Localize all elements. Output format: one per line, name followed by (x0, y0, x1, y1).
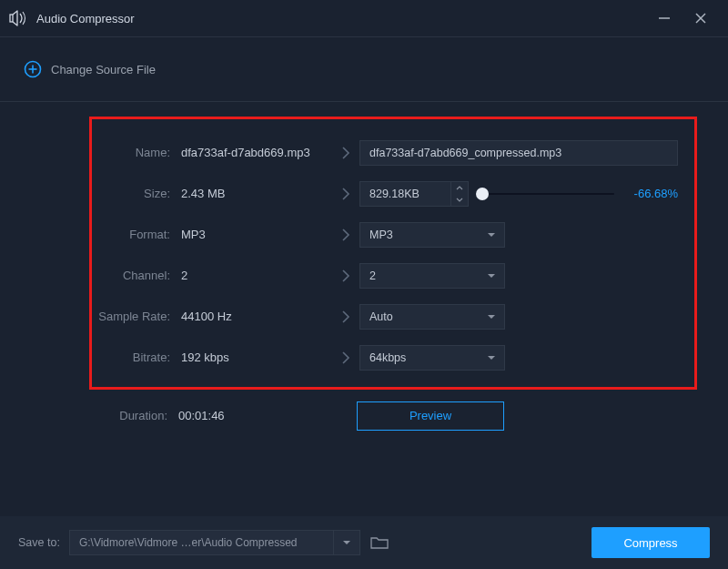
chevron-down-icon (333, 531, 359, 554)
source-format: MP3 (170, 228, 332, 241)
chevron-down-icon (479, 355, 504, 361)
target-size-value: 829.18KB (360, 188, 450, 200)
row-size: Size: 2.43 MB 829.18KB (92, 173, 694, 214)
arrow-icon (332, 147, 359, 159)
open-folder-button[interactable] (369, 534, 389, 551)
settings-panel: Name: dfa733af-d7abd669.mp3 Size: 2.43 M… (89, 117, 697, 390)
close-button[interactable] (682, 0, 719, 36)
chevron-down-icon (479, 314, 504, 320)
change-source-button[interactable]: Change Source File (24, 60, 156, 78)
label-name: Name: (92, 146, 170, 159)
row-format: Format: MP3 MP3 (92, 214, 694, 255)
save-path-value: G:\Vidmore\Vidmore …er\Audio Compressed (70, 536, 333, 549)
bitrate-value: 64kbps (360, 351, 479, 364)
arrow-icon (332, 269, 359, 282)
label-format: Format: (92, 228, 170, 241)
row-duration: Duration: 00:01:46 Preview (89, 395, 712, 436)
chevron-down-icon (479, 273, 504, 279)
save-to-label: Save to: (18, 536, 60, 549)
label-duration: Duration: (89, 409, 167, 422)
duration-value: 00:01:46 (167, 409, 329, 422)
row-bitrate: Bitrate: 192 kbps 64kbps (92, 337, 694, 378)
compress-button[interactable]: Compress (592, 527, 710, 558)
svg-rect-0 (10, 15, 13, 22)
spinner-up-icon[interactable] (451, 182, 468, 194)
sample-rate-value: Auto (360, 310, 479, 323)
preview-label: Preview (410, 409, 451, 422)
app-icon (9, 10, 29, 26)
bitrate-select[interactable]: 64kbps (359, 345, 505, 371)
source-bitrate: 192 kbps (170, 351, 332, 364)
arrow-icon (332, 229, 359, 241)
slider-thumb[interactable] (476, 188, 489, 200)
size-slider[interactable] (478, 193, 614, 195)
preview-button[interactable]: Preview (357, 401, 504, 431)
save-path-select[interactable]: G:\Vidmore\Vidmore …er\Audio Compressed (69, 530, 360, 555)
arrow-icon (332, 188, 359, 200)
label-bitrate: Bitrate: (92, 351, 170, 364)
minimize-button[interactable] (646, 0, 682, 36)
source-size: 2.43 MB (170, 187, 332, 200)
source-name: dfa733af-d7abd669.mp3 (170, 146, 332, 159)
label-channel: Channel: (92, 269, 170, 282)
spinner-down-icon[interactable] (451, 194, 468, 206)
change-source-label: Change Source File (51, 63, 156, 76)
chevron-down-icon (479, 232, 504, 238)
size-percentage: -66.68% (623, 187, 678, 200)
compress-label: Compress (623, 536, 677, 550)
titlebar: Audio Compressor (0, 0, 728, 36)
channel-value: 2 (360, 269, 479, 282)
main-content: Name: dfa733af-d7abd669.mp3 Size: 2.43 M… (0, 102, 728, 436)
source-sample-rate: 44100 Hz (170, 310, 332, 323)
arrow-icon (332, 351, 359, 364)
arrow-icon (332, 310, 359, 323)
format-select[interactable]: MP3 (359, 222, 505, 248)
footer: Save to: G:\Vidmore\Vidmore …er\Audio Co… (0, 516, 728, 569)
format-value: MP3 (360, 229, 479, 241)
label-size: Size: (92, 187, 170, 200)
row-sample-rate: Sample Rate: 44100 Hz Auto (92, 296, 694, 337)
source-channel: 2 (170, 269, 332, 282)
row-channel: Channel: 2 2 (92, 255, 694, 296)
channel-select[interactable]: 2 (359, 263, 505, 289)
target-size-spinner[interactable]: 829.18KB (359, 181, 469, 207)
row-name: Name: dfa733af-d7abd669.mp3 (92, 132, 694, 173)
app-title: Audio Compressor (36, 12, 135, 25)
plus-circle-icon (24, 60, 42, 78)
label-sample-rate: Sample Rate: (92, 310, 170, 323)
subheader: Change Source File (0, 37, 728, 101)
sample-rate-select[interactable]: Auto (359, 304, 505, 330)
target-name-input[interactable] (359, 140, 678, 166)
